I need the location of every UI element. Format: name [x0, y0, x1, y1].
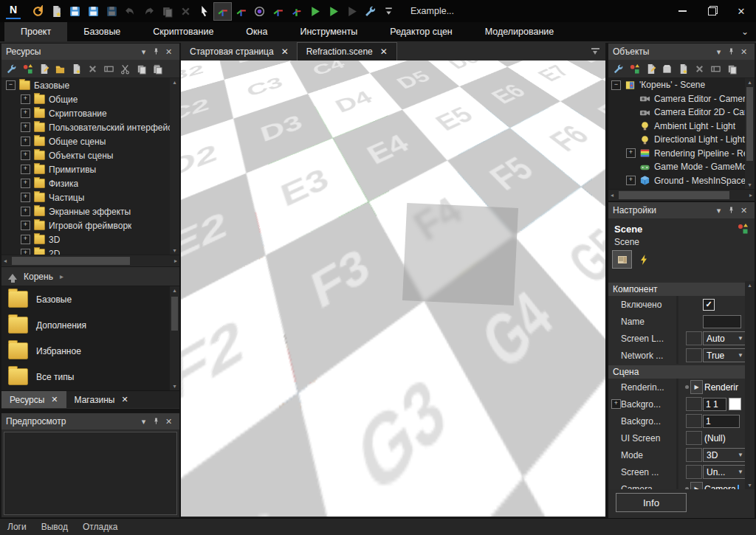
- gizmo-move-icon[interactable]: [214, 3, 231, 20]
- menu-item-базовые[interactable]: Базовые: [67, 22, 137, 41]
- delete-icon[interactable]: [177, 3, 194, 20]
- default-value-button[interactable]: [686, 431, 702, 445]
- reference-value[interactable]: Camera: [704, 484, 736, 490]
- section-header[interactable]: Сцена: [608, 365, 755, 379]
- folder-item[interactable]: Все типы: [1, 364, 179, 390]
- undo-icon[interactable]: [122, 3, 139, 20]
- display-mode-button[interactable]: [512, 65, 531, 84]
- tab-list-dropdown-icon[interactable]: [591, 43, 599, 61]
- duplicate-icon[interactable]: [159, 3, 176, 20]
- scene-viewport[interactable]: A1A2A3A4A5A6A7A8A1A2A3A4A5A6A7A8A1A2A3A4…: [181, 61, 605, 517]
- rename-icon[interactable]: [708, 61, 724, 77]
- folder-item[interactable]: Дополнения: [1, 312, 179, 338]
- object-tree-item[interactable]: +Rendering Pipeline - Rer: [608, 147, 755, 161]
- object-tree-item[interactable]: Game Mode - GameMod: [608, 160, 755, 174]
- pin-icon[interactable]: [150, 417, 162, 427]
- types-icon[interactable]: [20, 61, 35, 77]
- tools-icon[interactable]: [362, 3, 379, 20]
- save-copy-icon[interactable]: [103, 3, 120, 20]
- tree-item[interactable]: +Объекты сцены: [1, 148, 179, 162]
- app-logo[interactable]: N: [6, 4, 21, 19]
- close-icon[interactable]: ✕: [380, 46, 388, 57]
- duplicate-icon[interactable]: [724, 61, 740, 77]
- color-swatch[interactable]: [729, 398, 741, 410]
- panel-tab-магазины[interactable]: Магазины✕: [66, 391, 137, 408]
- close-icon[interactable]: ✕: [162, 47, 175, 57]
- tree-item[interactable]: −Базовые: [1, 78, 179, 92]
- expand-icon[interactable]: +: [21, 207, 30, 216]
- vertical-scrollbar[interactable]: ▴ ▾: [745, 281, 755, 489]
- edit-resource-icon[interactable]: [36, 61, 52, 77]
- expand-icon[interactable]: +: [21, 122, 30, 132]
- panel-tab-ресурсы[interactable]: Ресурсы✕: [1, 391, 66, 408]
- close-icon[interactable]: ✕: [121, 395, 128, 404]
- object-tree-item[interactable]: Camera Editor - Camera: [608, 92, 755, 106]
- tree-item[interactable]: +Скриптование: [1, 106, 179, 120]
- info-button[interactable]: Info: [616, 493, 687, 512]
- edit-resource-icon[interactable]: [643, 61, 659, 77]
- new-folder-icon[interactable]: [52, 61, 68, 77]
- collapse-icon[interactable]: −: [6, 80, 16, 90]
- up-icon[interactable]: [8, 274, 17, 280]
- default-value-button[interactable]: [686, 465, 702, 479]
- panel-dropdown-icon[interactable]: ▾: [712, 47, 725, 57]
- pin-icon[interactable]: [725, 206, 738, 215]
- tools-icon[interactable]: [611, 61, 626, 77]
- tree-item[interactable]: +Пользовательский интерфейс: [1, 120, 179, 134]
- expand-icon[interactable]: +: [611, 399, 621, 409]
- close-icon[interactable]: ✕: [738, 206, 750, 215]
- section-header[interactable]: Компонент: [608, 283, 755, 296]
- close-button[interactable]: ✕: [726, 0, 756, 22]
- statusbar-tab-вывод[interactable]: Вывод: [41, 522, 68, 532]
- lighting-alt-button[interactable]: [557, 65, 577, 84]
- events-tab[interactable]: [634, 251, 653, 268]
- collapse-icon[interactable]: −: [611, 80, 621, 90]
- object-tree-item[interactable]: +Ground - MeshInSpace: [608, 174, 755, 188]
- vertical-scrollbar[interactable]: ▴▾: [745, 78, 755, 189]
- close-icon[interactable]: ✕: [162, 417, 175, 427]
- pin-icon[interactable]: [150, 47, 162, 57]
- copy-icon[interactable]: [134, 61, 149, 77]
- expand-icon[interactable]: +: [21, 179, 30, 188]
- new-resource-icon[interactable]: [48, 3, 65, 20]
- expand-icon[interactable]: +: [21, 249, 30, 255]
- play-icon[interactable]: [306, 3, 323, 20]
- menu-overflow-icon[interactable]: ⌄: [741, 22, 749, 41]
- minimize-button[interactable]: [667, 0, 697, 22]
- default-value-button[interactable]: [686, 331, 702, 345]
- menu-item-проект[interactable]: Проект: [4, 22, 67, 41]
- paste-icon[interactable]: [150, 61, 165, 77]
- run-icon[interactable]: [325, 3, 342, 20]
- default-value-button[interactable]: [686, 348, 702, 362]
- menu-item-редактор сцен[interactable]: Редактор сцен: [374, 22, 468, 41]
- panel-dropdown-icon[interactable]: ▾: [712, 206, 725, 215]
- vertical-scrollbar[interactable]: ▴▾: [170, 78, 179, 255]
- panel-dropdown-icon[interactable]: ▾: [137, 47, 150, 57]
- text-field[interactable]: 1: [703, 415, 740, 428]
- statusbar-tab-отладка[interactable]: Отладка: [83, 522, 117, 532]
- tree-item[interactable]: +2D: [1, 246, 179, 255]
- toolbar-overflow-icon[interactable]: [380, 3, 397, 20]
- dropdown[interactable]: Un...▼: [703, 465, 747, 479]
- tree-item[interactable]: +3D: [1, 232, 179, 246]
- tree-item[interactable]: +Примитивы: [1, 162, 179, 176]
- select-icon[interactable]: [196, 3, 213, 20]
- tree-item[interactable]: +Общее сцены: [1, 134, 179, 148]
- close-icon[interactable]: ✕: [51, 395, 58, 404]
- expand-icon[interactable]: +: [21, 193, 30, 202]
- camera-view-button[interactable]: [580, 65, 599, 84]
- dropdown[interactable]: 3D▼: [703, 448, 747, 462]
- expand-icon[interactable]: +: [21, 151, 30, 160]
- gizmo-scale-icon[interactable]: [288, 3, 305, 20]
- gizmo-rotate-icon[interactable]: [251, 3, 268, 20]
- expand-icon[interactable]: +: [21, 221, 30, 230]
- new-file-icon[interactable]: [676, 61, 691, 77]
- expand-icon[interactable]: +: [21, 165, 30, 174]
- close-icon[interactable]: ✕: [738, 47, 750, 57]
- save-all-icon[interactable]: [85, 3, 102, 20]
- pin-icon[interactable]: [725, 47, 738, 57]
- folder-item[interactable]: Базовые: [1, 286, 179, 312]
- tools-icon[interactable]: [4, 61, 19, 77]
- close-icon[interactable]: ✕: [281, 46, 289, 57]
- expand-icon[interactable]: +: [626, 176, 636, 185]
